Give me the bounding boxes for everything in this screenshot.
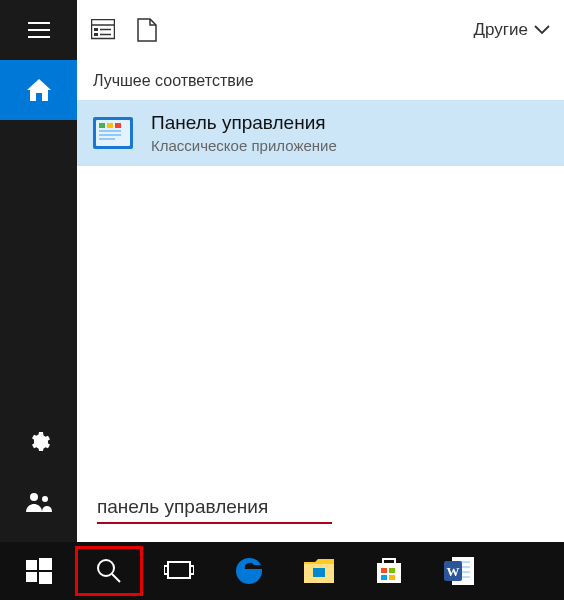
hamburger-icon	[28, 22, 50, 38]
svg-point-4	[42, 496, 48, 502]
svg-rect-13	[99, 123, 105, 128]
svg-rect-34	[389, 575, 395, 580]
taskbar-edge-button[interactable]	[214, 545, 284, 597]
apps-icon	[91, 19, 115, 41]
right-pane: Другие Лучшее соответствие	[77, 0, 564, 542]
svg-rect-8	[94, 33, 98, 36]
chevron-down-icon	[534, 25, 550, 35]
svg-rect-16	[99, 130, 121, 132]
svg-rect-22	[39, 572, 52, 584]
rail-feedback-button[interactable]	[0, 472, 77, 532]
svg-rect-31	[381, 568, 387, 573]
svg-text:W: W	[447, 564, 460, 579]
svg-rect-21	[26, 572, 37, 582]
svg-point-3	[30, 493, 38, 501]
rail-settings-button[interactable]	[0, 412, 77, 472]
left-rail	[0, 0, 77, 542]
windows-icon	[26, 558, 52, 584]
svg-rect-20	[39, 558, 52, 570]
taskbar-explorer-button[interactable]	[284, 545, 354, 597]
best-match-label: Лучшее соответствие	[77, 60, 564, 100]
filter-documents-button[interactable]	[137, 18, 157, 42]
svg-point-23	[98, 560, 114, 576]
svg-rect-2	[28, 36, 50, 38]
home-icon	[27, 79, 51, 101]
result-text: Панель управления Классическое приложени…	[151, 112, 337, 154]
filter-other-label: Другие	[474, 20, 528, 40]
search-input-row	[77, 496, 564, 542]
taskbar-word-button[interactable]: W	[424, 545, 494, 597]
svg-rect-15	[115, 123, 121, 128]
search-icon	[96, 558, 122, 584]
svg-rect-19	[26, 560, 37, 570]
taskbar: W	[0, 542, 564, 600]
control-panel-icon	[93, 113, 133, 153]
result-control-panel[interactable]: Панель управления Классическое приложени…	[77, 100, 564, 166]
result-title: Панель управления	[151, 112, 337, 134]
svg-rect-0	[28, 22, 50, 24]
svg-rect-27	[190, 566, 194, 574]
result-subtitle: Классическое приложение	[151, 137, 337, 154]
svg-rect-17	[99, 134, 121, 136]
filter-bar: Другие	[77, 0, 564, 60]
taskbar-start-button[interactable]	[4, 545, 74, 597]
document-icon	[137, 18, 157, 42]
taskbar-search-button[interactable]	[74, 545, 144, 597]
svg-rect-29	[313, 568, 325, 577]
svg-rect-1	[28, 29, 50, 31]
svg-rect-32	[389, 568, 395, 573]
taskbar-store-button[interactable]	[354, 545, 424, 597]
svg-rect-7	[94, 28, 98, 31]
svg-rect-26	[164, 566, 168, 574]
search-panel: Другие Лучшее соответствие	[0, 0, 564, 542]
filter-other-button[interactable]: Другие	[474, 20, 550, 40]
edge-icon	[234, 556, 264, 586]
empty-area	[77, 166, 564, 496]
search-input[interactable]	[97, 496, 332, 524]
word-icon: W	[444, 557, 474, 585]
taskbar-taskview-button[interactable]	[144, 545, 214, 597]
people-icon	[26, 492, 52, 512]
svg-line-24	[112, 574, 120, 582]
svg-rect-14	[107, 123, 113, 128]
file-explorer-icon	[303, 558, 335, 584]
store-icon	[375, 557, 403, 585]
gear-icon	[27, 430, 51, 454]
rail-bottom-group	[0, 412, 77, 542]
filter-apps-button[interactable]	[91, 19, 115, 41]
svg-rect-25	[168, 562, 190, 578]
svg-rect-18	[99, 138, 115, 140]
svg-rect-33	[381, 575, 387, 580]
rail-home-button[interactable]	[0, 60, 77, 120]
task-view-icon	[164, 560, 194, 582]
rail-menu-button[interactable]	[0, 0, 77, 60]
